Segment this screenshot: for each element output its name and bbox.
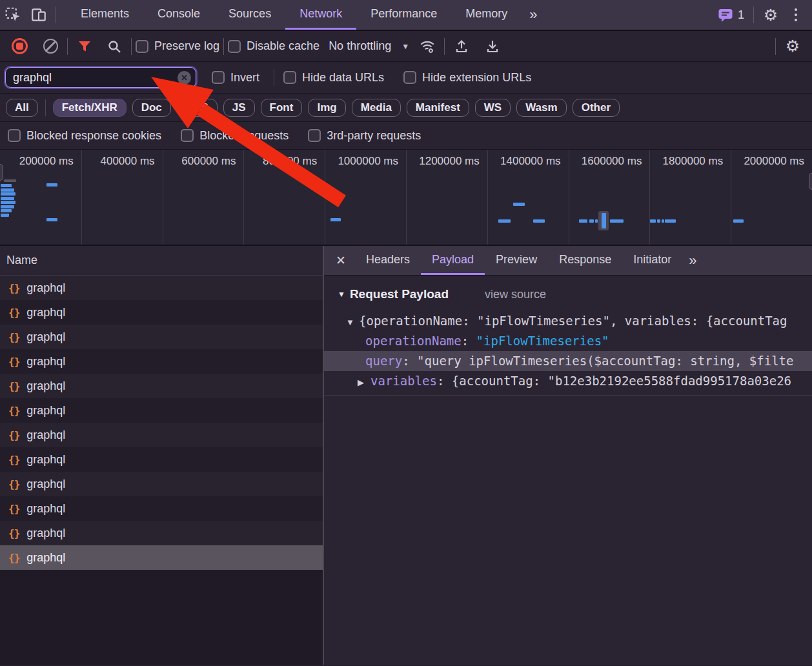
more-detail-tabs-chevron[interactable]: » xyxy=(682,246,701,275)
request-name: graphql xyxy=(26,330,65,344)
payload-line[interactable]: ▶variables: {accountTag: "b12e3b2192ee55… xyxy=(324,371,812,391)
chip-doc[interactable]: Doc xyxy=(132,99,171,117)
record-network-log-button[interactable] xyxy=(6,31,32,61)
chip-media[interactable]: Media xyxy=(352,99,401,117)
blocked-requests-checkbox-group[interactable]: Blocked requests xyxy=(181,129,289,143)
request-payload-section[interactable]: ▼ Request Payload view source xyxy=(324,284,812,305)
payload-line[interactable]: ▼{operationName: "ipFlowTimeseries", var… xyxy=(324,311,812,331)
preserve-log-checkbox[interactable] xyxy=(136,40,148,53)
detail-tab-initiator[interactable]: Initiator xyxy=(622,246,682,275)
3rd-party-requests-checkbox[interactable] xyxy=(308,129,321,142)
inspect-element-icon[interactable] xyxy=(0,0,26,30)
hide-extension-urls-checkbox[interactable] xyxy=(403,71,416,84)
table-row[interactable]: {}graphql xyxy=(0,349,323,374)
table-row[interactable]: {}graphql xyxy=(0,545,323,570)
filter-row: graphql ✕ Invert Hide data URLs Hide ext… xyxy=(0,62,812,94)
overview-right-grip[interactable] xyxy=(809,173,812,190)
preserve-log-checkbox-group[interactable]: Preserve log xyxy=(136,39,219,53)
view-source-link[interactable]: view source xyxy=(485,288,546,301)
network-overview-timeline[interactable]: 200000 ms400000 ms600000 ms800000 ms1000… xyxy=(0,150,812,246)
top-bar-divider xyxy=(56,6,56,23)
tree-toggle-icon[interactable]: ▶ xyxy=(358,372,370,391)
tab-memory[interactable]: Memory xyxy=(451,0,522,30)
table-row[interactable]: {}graphql xyxy=(0,496,323,521)
chip-other[interactable]: Other xyxy=(573,99,620,117)
fetch-xhr-icon: {} xyxy=(8,405,19,417)
console-messages-button[interactable]: 1 xyxy=(713,7,749,23)
network-conditions-icon[interactable] xyxy=(414,31,440,61)
timeline-cell: 2000000 ms xyxy=(731,150,812,245)
tab-performance[interactable]: Performance xyxy=(356,0,451,30)
close-details-icon[interactable]: ✕ xyxy=(327,246,355,275)
tab-console[interactable]: Console xyxy=(143,0,214,30)
upload-icon-glyph xyxy=(454,39,469,54)
tree-toggle-icon[interactable]: ▼ xyxy=(346,312,359,331)
search-icon[interactable] xyxy=(101,31,127,61)
checkbox-label: Blocked response cookies xyxy=(26,129,161,143)
timeline-cell: 1000000 ms xyxy=(325,150,406,245)
inspect-element-icon-glyph xyxy=(5,6,21,23)
table-row[interactable]: {}graphql xyxy=(0,423,323,447)
chip-all[interactable]: All xyxy=(6,99,38,117)
payload-line[interactable]: query: "query ipFlowTimeseries($accountT… xyxy=(324,351,812,371)
chip-ws[interactable]: WS xyxy=(475,99,511,117)
toolbar-divider xyxy=(223,38,224,55)
tab-network[interactable]: Network xyxy=(285,0,356,30)
invert-checkbox-group[interactable]: Invert xyxy=(212,71,259,85)
tab-sources[interactable]: Sources xyxy=(214,0,285,30)
throttling-select[interactable]: No throttling ▼ xyxy=(329,39,409,53)
settings-gear-icon[interactable]: ⚙ xyxy=(758,0,784,30)
table-row[interactable]: {}graphql xyxy=(0,447,323,472)
table-row[interactable]: {}graphql xyxy=(0,521,323,545)
table-row[interactable]: {}graphql xyxy=(0,276,323,300)
disable-cache-checkbox[interactable] xyxy=(228,40,241,53)
disable-cache-checkbox-group[interactable]: Disable cache xyxy=(228,39,320,53)
hide-data-urls-checkbox[interactable] xyxy=(283,71,296,84)
blocked-response-cookies-checkbox[interactable] xyxy=(8,129,21,142)
request-name: graphql xyxy=(26,355,65,368)
detail-tab-response[interactable]: Response xyxy=(548,246,622,275)
blocked-response-cookies-checkbox-group[interactable]: Blocked response cookies xyxy=(8,129,161,143)
table-row[interactable]: {}graphql xyxy=(0,374,323,398)
payload-line[interactable]: operationName: "ipFlowTimeseries" xyxy=(324,331,812,351)
3rd-party-requests-checkbox-group[interactable]: 3rd-party requests xyxy=(308,129,421,143)
detail-tab-preview[interactable]: Preview xyxy=(485,246,548,275)
chip-font[interactable]: Font xyxy=(261,99,303,117)
chip-manifest[interactable]: Manifest xyxy=(407,99,469,117)
chips-divider xyxy=(45,99,46,116)
table-row[interactable]: {}graphql xyxy=(0,325,323,349)
chip-css[interactable]: CSS xyxy=(177,99,218,117)
request-timeline-bar xyxy=(579,219,587,223)
export-har-icon[interactable] xyxy=(480,31,505,61)
tab-elements[interactable]: Elements xyxy=(66,0,143,30)
fetch-xhr-icon: {} xyxy=(8,527,19,540)
filter-input[interactable]: graphql ✕ xyxy=(5,67,196,88)
import-har-icon[interactable] xyxy=(449,31,474,61)
detail-tab-headers[interactable]: Headers xyxy=(355,246,421,275)
more-tabs-chevron[interactable]: » xyxy=(522,0,543,30)
device-toolbar-icon[interactable] xyxy=(26,0,52,30)
network-settings-gear-icon[interactable]: ⚙ xyxy=(780,31,806,61)
chip-img[interactable]: Img xyxy=(308,99,345,117)
clear-filter-icon[interactable]: ✕ xyxy=(178,71,191,85)
hide-extension-urls-checkbox-group[interactable]: Hide extension URLs xyxy=(403,71,531,85)
clear-network-log-button[interactable] xyxy=(37,31,63,61)
hide-data-urls-checkbox-group[interactable]: Hide data URLs xyxy=(283,71,384,85)
overview-left-grip[interactable] xyxy=(0,164,3,181)
blocked-requests-checkbox[interactable] xyxy=(181,129,194,142)
chip-fetch-xhr[interactable]: Fetch/XHR xyxy=(53,99,127,117)
blocked-filters-row: Blocked response cookiesBlocked requests… xyxy=(0,122,812,150)
chip-js[interactable]: JS xyxy=(223,99,255,117)
table-row[interactable]: {}graphql xyxy=(0,398,323,423)
table-row[interactable]: {}graphql xyxy=(0,300,323,325)
invert-checkbox[interactable] xyxy=(212,71,225,84)
name-column-header[interactable]: Name xyxy=(0,246,323,276)
table-row[interactable]: {}graphql xyxy=(0,472,323,496)
detail-tab-payload[interactable]: Payload xyxy=(421,246,485,275)
payload-token: : {accountTag: "b12e3b2192ee5588fdad9951… xyxy=(437,374,791,388)
kebab-menu-icon[interactable] xyxy=(784,0,808,30)
request-timeline-bar xyxy=(1,209,12,212)
request-timeline-bar xyxy=(46,183,57,187)
filter-icon[interactable] xyxy=(72,31,97,61)
chip-wasm[interactable]: Wasm xyxy=(516,99,566,117)
